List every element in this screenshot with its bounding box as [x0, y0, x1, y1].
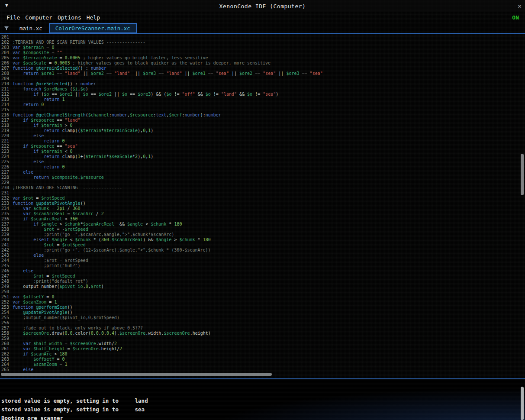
code-line[interactable]: 259	[0, 336, 525, 341]
code-line[interactable]: 217 if $resource == "land"	[0, 118, 525, 123]
code-line[interactable]: 257 ;fade out to black, only works if ab…	[0, 326, 525, 331]
code-line[interactable]: 226 return 0	[0, 165, 525, 170]
code-text: if $scanArcReal < 360	[13, 216, 78, 222]
code-line[interactable]: 238 $rot = -$rotSpeed	[0, 227, 525, 232]
code-line[interactable]: 236 if $scanArcReal < 360	[0, 216, 525, 222]
code-line[interactable]: 256	[0, 320, 525, 326]
code-line[interactable]: 202;TERRAIN AND ORE SCAN RETURN VALUES -…	[0, 40, 525, 45]
code-line[interactable]: 263 $offsetY = 0	[0, 357, 525, 362]
close-icon[interactable]: ✕	[518, 2, 522, 10]
code-text: ;output_number($pivot_io,0,$rotSpeed)	[13, 315, 119, 320]
code-text: var $half_height = $screenOre.height/2	[13, 346, 122, 352]
code-line[interactable]: 223 if $terrain < 0	[0, 149, 525, 154]
code-editor[interactable]: 201202;TERRAIN AND ORE SCAN RETURN VALUE…	[0, 34, 525, 378]
code-line[interactable]: 249 output_number($pivot_io,0,$rot)	[0, 284, 525, 289]
code-line[interactable]: 261 var $half_height = $screenOre.height…	[0, 346, 525, 352]
code-line[interactable]: 205var $terrainScale = 0.0005 ; higher v…	[0, 55, 525, 61]
code-line[interactable]: 218 if $terrain > 0	[0, 123, 525, 128]
line-number: 225	[0, 159, 9, 165]
line-number: 252	[0, 300, 9, 305]
menu-item-computer[interactable]: Computer	[25, 14, 52, 21]
code-text: else	[13, 367, 33, 372]
code-line[interactable]: 229	[0, 180, 525, 185]
code-line[interactable]: 235 var $scanArcReal = $scanArc / 2	[0, 211, 525, 216]
power-status-badge[interactable]: ON	[512, 14, 519, 21]
code-line[interactable]: 227 else	[0, 170, 525, 175]
line-number: 247	[0, 274, 9, 279]
code-line[interactable]: 207function @terrainSelected() : number	[0, 66, 525, 71]
code-line[interactable]: 265 else	[0, 367, 525, 372]
console-vertical-scrollbar-thumb[interactable]	[521, 387, 524, 420]
code-line[interactable]: 253function @performScan()	[0, 305, 525, 310]
code-line[interactable]: 233function @updatePivotAngle()	[0, 201, 525, 206]
code-line[interactable]: 232var $rot = $rotSpeed	[0, 196, 525, 201]
line-number: 257	[0, 326, 9, 331]
code-line[interactable]: 246 else	[0, 268, 525, 274]
code-line[interactable]: 214 return 0	[0, 102, 525, 107]
menu-item-options[interactable]: Options	[58, 14, 81, 21]
code-line[interactable]: 262 if $scanArc > 180	[0, 352, 525, 357]
code-line[interactable]: 255 ;output_number($pivot_io,0,$rotSpeed…	[0, 315, 525, 320]
line-number: 239	[0, 232, 9, 237]
code-line[interactable]: 230;TERRAIN AND ORE SCANNING -----------…	[0, 185, 525, 191]
code-line[interactable]: 225 else	[0, 159, 525, 165]
code-line[interactable]: 228 return $composite.$resource	[0, 175, 525, 180]
code-line[interactable]: 220 else	[0, 133, 525, 139]
code-line[interactable]: 243 else	[0, 253, 525, 258]
code-text: return 0	[13, 139, 64, 144]
code-line[interactable]: 209	[0, 76, 525, 81]
code-line[interactable]: 213 return 1	[0, 97, 525, 102]
line-number: 235	[0, 211, 9, 216]
code-text: function @terrainSelected() : number	[13, 66, 106, 71]
code-line[interactable]: 231	[0, 191, 525, 196]
editor-vertical-scrollbar-thumb[interactable]	[521, 154, 524, 195]
menu-item-help[interactable]: Help	[87, 14, 100, 21]
tab-colororescanner-main-xc[interactable]: ColorOreScanner.main.xc	[49, 23, 137, 33]
code-line[interactable]: 211 foreach $oreNames ($i,$o)	[0, 87, 525, 92]
code-line[interactable]: 239 ;print("go -",$scanArc,$angle,">",$c…	[0, 232, 525, 237]
code-line[interactable]: 252var $scanZoom = 1	[0, 300, 525, 305]
code-line[interactable]: 260 var $half_width = $screenOre.width/2	[0, 341, 525, 346]
tab-main-xc[interactable]: main.xc	[13, 23, 49, 33]
code-line[interactable]: 224 return clamp(1+($terrain*$seaScale*2…	[0, 154, 525, 159]
code-line[interactable]: 212 if ($o == $ore1 || $o == $ore2 || $o…	[0, 92, 525, 97]
code-line[interactable]: 204var $composite = ""	[0, 50, 525, 55]
code-line[interactable]: 251var $offsetY = 0	[0, 294, 525, 300]
code-line[interactable]: 242 ;print("go +", (12-$scanArc),$angle,…	[0, 248, 525, 253]
code-line[interactable]: 254 @updatePivotAngle()	[0, 310, 525, 315]
code-line[interactable]: 237 if $angle > $chunk*$scanArcReal && $…	[0, 222, 525, 227]
code-line[interactable]: 244 ;$rot = $rotSpeed	[0, 258, 525, 263]
code-line[interactable]: 240 elseif $angle < $chunk * (360-$scanA…	[0, 237, 525, 242]
code-line[interactable]: 258 $screenOre.draw(0,0,color(0,0,0,0.4)…	[0, 331, 525, 336]
code-line[interactable]: 201	[0, 35, 525, 40]
line-number: 211	[0, 87, 9, 92]
menu-item-file[interactable]: File	[6, 14, 20, 21]
code-text: if $terrain < 0	[13, 149, 73, 154]
code-line[interactable]: 248 ;print("default rot")	[0, 279, 525, 284]
titlebar: ▼ XenonCode IDE (Computer) ✕	[0, 0, 525, 12]
code-line[interactable]: 234 var $chunk = 2pi / 360	[0, 206, 525, 211]
code-line[interactable]: 215	[0, 107, 525, 113]
tab-list-dropdown-button[interactable]	[0, 23, 13, 33]
code-line[interactable]: 219 return clamp(($terrain*$terrainScale…	[0, 128, 525, 133]
code-line[interactable]: 250	[0, 289, 525, 294]
code-line[interactable]: 203var $terrain = 0	[0, 45, 525, 50]
code-line[interactable]: 222 if $resource == "sea"	[0, 144, 525, 149]
code-text: if $scanArc > 180	[13, 352, 67, 357]
code-line[interactable]: 245 ;print("huh?")	[0, 263, 525, 268]
code-line[interactable]: 210function @oreSelected() : number	[0, 81, 525, 87]
code-line[interactable]: 247 $rot = $rotSpeed	[0, 274, 525, 279]
code-line[interactable]: 221 return 0	[0, 139, 525, 144]
code-line[interactable]: 208 return $ore1 == "land" || $ore2 == "…	[0, 71, 525, 76]
line-number: 241	[0, 242, 9, 248]
code-line[interactable]: 206var $seaScale = 0.0003 ; higher value…	[0, 61, 525, 66]
collapse-triangle-icon[interactable]: ▼	[5, 3, 8, 8]
menubar: File Computer Options Help ON	[0, 12, 525, 23]
code-line[interactable]: 241 $rot = $rotSpeed	[0, 242, 525, 248]
code-text: var $half_width = $screenOre.width/2	[13, 341, 117, 346]
code-line[interactable]: 216function @getChannelStrength($channel…	[0, 113, 525, 118]
funnel-icon	[3, 26, 10, 31]
horizontal-scrollbar-thumb[interactable]	[1, 373, 272, 376]
code-line[interactable]: 264 $scanZoom = 1	[0, 362, 525, 367]
code-text: ;TERRAIN AND ORE SCANNING --------------…	[13, 185, 122, 191]
